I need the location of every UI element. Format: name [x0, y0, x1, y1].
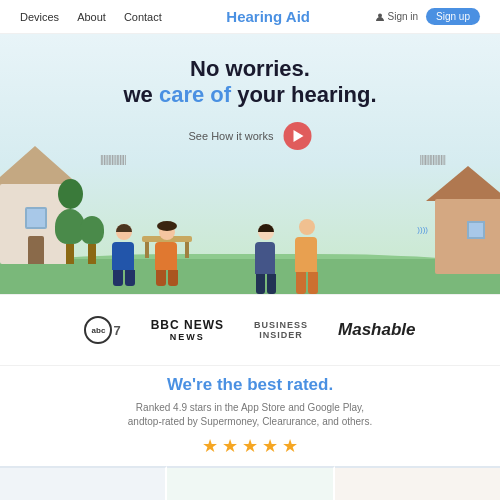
person4-body — [295, 237, 317, 272]
press-logo-abc: abc 7 — [84, 316, 120, 344]
person2-head — [159, 224, 175, 240]
star-4: ★ — [262, 435, 278, 457]
press-logo-mashable: Mashable — [338, 320, 415, 340]
play-icon — [293, 130, 303, 142]
nav-devices[interactable]: Devices — [20, 11, 59, 23]
press-logos-section: abc 7 BBC NEWS NEWS BUSINESS INSIDER Mas… — [0, 294, 500, 366]
rated-title: We're the best rated. — [167, 375, 333, 395]
person1-body — [112, 242, 134, 270]
headline-line1: No worries. — [123, 56, 376, 82]
rated-subtitle: Ranked 4.9 stars in the App Store and Go… — [120, 401, 380, 429]
navbar: Devices About Contact Hearing Aid Sign i… — [0, 0, 500, 34]
user-icon — [375, 12, 385, 22]
site-logo[interactable]: Hearing Aid — [226, 8, 310, 25]
play-button[interactable] — [283, 122, 311, 150]
person-4 — [295, 219, 319, 294]
hero-headline: No worries. we care of your hearing. — [123, 56, 376, 109]
house-roof-right — [426, 166, 500, 201]
window-right — [467, 221, 485, 239]
person-2 — [155, 224, 179, 286]
window-left — [25, 207, 47, 229]
card-preview-3 — [335, 466, 500, 500]
nav-contact[interactable]: Contact — [124, 11, 162, 23]
cta-label: See How it works — [189, 130, 274, 142]
signup-button[interactable]: Sign up — [426, 8, 480, 25]
headline-line2: we care of your hearing. — [123, 82, 376, 108]
hero-cta: See How it works — [189, 122, 312, 150]
card-preview-1 — [0, 466, 167, 500]
star-3: ★ — [242, 435, 258, 457]
press-logo-business-insider: BUSINESS INSIDER — [254, 320, 308, 340]
press-logo-bbc: BBC NEWS NEWS — [151, 318, 224, 342]
hero-section: No worries. we care of your hearing. See… — [0, 34, 500, 294]
tree-2 — [80, 216, 104, 264]
star-1: ★ — [202, 435, 218, 457]
nav-auth: Sign in Sign up — [375, 8, 481, 25]
person-1 — [112, 224, 136, 286]
door-left — [28, 236, 44, 264]
svg-point-0 — [378, 13, 382, 17]
card-preview-2 — [167, 466, 334, 500]
person1-head — [116, 224, 132, 240]
star-2: ★ — [222, 435, 238, 457]
person-3 — [255, 224, 277, 294]
signin-button[interactable]: Sign in — [375, 11, 419, 22]
nav-links: Devices About Contact — [20, 11, 162, 23]
house-right — [425, 164, 500, 274]
person3-body — [255, 242, 275, 274]
rated-section: We're the best rated. Ranked 4.9 stars i… — [0, 366, 500, 466]
star-5: ★ — [282, 435, 298, 457]
house-body-right — [435, 199, 500, 274]
person4-head — [299, 219, 315, 235]
star-rating: ★ ★ ★ ★ ★ — [202, 435, 298, 457]
person3-head — [258, 224, 274, 240]
person2-body — [155, 242, 177, 270]
nav-about[interactable]: About — [77, 11, 106, 23]
cards-preview-row — [0, 466, 500, 500]
